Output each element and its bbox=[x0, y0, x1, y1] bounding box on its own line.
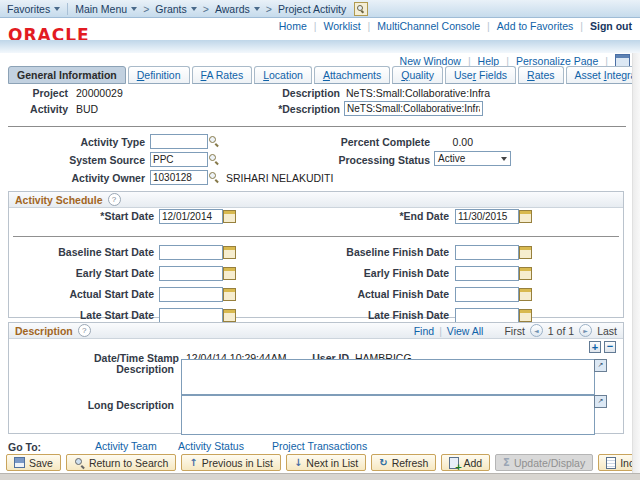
baseline-start-date-input[interactable] bbox=[159, 245, 223, 260]
search-icon[interactable] bbox=[354, 2, 368, 16]
menu-grants[interactable]: Grants bbox=[155, 3, 197, 15]
calendar-icon[interactable] bbox=[519, 246, 532, 259]
tab-location[interactable]: Location bbox=[254, 66, 312, 84]
description-title: Description bbox=[15, 325, 73, 337]
tab-quality[interactable]: Quality bbox=[392, 66, 443, 84]
baseline-finish-date-input[interactable] bbox=[455, 245, 519, 260]
description-input[interactable] bbox=[344, 101, 483, 116]
chevron-down-icon bbox=[131, 7, 137, 11]
expand-icon[interactable] bbox=[594, 395, 607, 408]
button-label: Save bbox=[29, 457, 53, 469]
tab-definition[interactable]: Definition bbox=[128, 66, 190, 84]
activity-value: BUD bbox=[76, 103, 98, 115]
calendar-icon[interactable] bbox=[519, 267, 532, 280]
tab-asset-integration-rules[interactable]: Asset Integration Rules bbox=[566, 66, 640, 84]
calendar-icon[interactable] bbox=[223, 267, 236, 280]
worklist-link[interactable]: Worklist bbox=[323, 20, 360, 32]
field-label: Baseline Finish Date bbox=[304, 246, 449, 258]
goto-row: Go To: Activity TeamActivity StatusProje… bbox=[0, 440, 632, 454]
row-position: 1 of 1 bbox=[548, 325, 574, 337]
view-all-link[interactable]: View All bbox=[447, 325, 484, 337]
long-description-textarea[interactable] bbox=[181, 395, 595, 435]
early-finish-date-input[interactable] bbox=[455, 266, 519, 281]
personalize-page-link[interactable]: Personalize Page bbox=[516, 55, 598, 67]
menu-awards[interactable]: Awards bbox=[215, 3, 260, 15]
expand-icon[interactable] bbox=[594, 359, 607, 372]
add-to-favorites-link[interactable]: Add to Favorites bbox=[497, 20, 573, 32]
help-icon[interactable] bbox=[108, 193, 121, 206]
new-window-link[interactable]: New Window bbox=[400, 55, 461, 67]
refresh-button[interactable]: ↻Refresh bbox=[371, 454, 436, 471]
add-button[interactable]: Add bbox=[441, 454, 490, 471]
tab-general-information[interactable]: General Information bbox=[8, 66, 126, 84]
next-row-icon[interactable] bbox=[579, 324, 592, 337]
find-link[interactable]: Find bbox=[414, 325, 434, 337]
activity-label: Activity bbox=[0, 103, 68, 115]
next-in-list-button[interactable]: ↓Next in List bbox=[286, 454, 366, 471]
breadcrumb: Main Menu>Grants>Awards>Project Activity bbox=[75, 2, 368, 16]
help-link[interactable]: Help bbox=[478, 55, 500, 67]
start-date-input[interactable] bbox=[159, 209, 223, 224]
calendar-icon[interactable] bbox=[223, 288, 236, 301]
description-label: Description bbox=[240, 87, 340, 99]
header-links: Home|Worklist|MultiChannel Console|Add t… bbox=[279, 20, 632, 32]
calendar-icon[interactable] bbox=[519, 288, 532, 301]
goto-activity-team-link[interactable]: Activity Team bbox=[95, 440, 157, 452]
goto-activity-status-link[interactable]: Activity Status bbox=[178, 440, 244, 452]
tab-rates[interactable]: Rates bbox=[518, 66, 563, 84]
processing-status-value: Active bbox=[438, 153, 465, 164]
button-label: Refresh bbox=[392, 457, 429, 469]
return-to-search-button[interactable]: Return to Search bbox=[66, 454, 176, 471]
description-textarea[interactable] bbox=[181, 359, 595, 395]
long-description-label: Long Description bbox=[9, 399, 174, 411]
lookup-icon[interactable] bbox=[208, 135, 220, 147]
sign-out-link[interactable]: Sign out bbox=[590, 20, 632, 32]
status-bar bbox=[0, 473, 640, 480]
scrollbar[interactable] bbox=[632, 53, 640, 473]
tab-fa-rates[interactable]: FA Rates bbox=[192, 66, 253, 84]
peoplesoft-window: Favorites Main Menu>Grants>Awards>Projec… bbox=[0, 0, 640, 480]
actual-finish-date-input[interactable] bbox=[455, 287, 519, 302]
calendar-icon[interactable] bbox=[519, 309, 532, 322]
lookup-icon[interactable] bbox=[208, 171, 220, 183]
schedule-row: *Start Date*End Date bbox=[9, 209, 623, 225]
calendar-icon[interactable] bbox=[223, 309, 236, 322]
favorites-menu[interactable]: Favorites bbox=[7, 3, 60, 15]
previous-row-icon[interactable] bbox=[530, 324, 543, 337]
previous-in-list-button[interactable]: ↑Previous in List bbox=[181, 454, 281, 471]
field-label: Baseline Start Date bbox=[9, 246, 154, 258]
percent-complete-value: 0.00 bbox=[425, 136, 473, 148]
processing-status-select[interactable]: Active bbox=[434, 151, 511, 166]
menu-main-menu[interactable]: Main Menu bbox=[75, 3, 137, 15]
link-separator: | bbox=[605, 55, 608, 67]
chevron-down-icon bbox=[54, 7, 60, 11]
tab-attachments[interactable]: Attachments bbox=[314, 66, 390, 84]
home-link[interactable]: Home bbox=[279, 20, 307, 32]
favorites-label: Favorites bbox=[7, 3, 50, 15]
tab-user-fields[interactable]: User Fields bbox=[445, 66, 516, 84]
actual-start-date-input[interactable] bbox=[159, 287, 223, 302]
goto-label: Go To: bbox=[8, 441, 58, 453]
breadcrumb-separator: > bbox=[266, 3, 272, 15]
activity-owner-input[interactable] bbox=[150, 170, 208, 185]
system-source-input[interactable] bbox=[150, 152, 208, 167]
calendar-icon[interactable] bbox=[519, 210, 532, 223]
save-button[interactable]: Save bbox=[6, 454, 61, 471]
goto-project-transactions-link[interactable]: Project Transactions bbox=[272, 440, 367, 452]
help-icon[interactable] bbox=[78, 324, 91, 337]
activity-type-input[interactable] bbox=[150, 134, 208, 149]
search-icon bbox=[74, 457, 85, 468]
end-date-input[interactable] bbox=[455, 209, 519, 224]
lookup-icon[interactable] bbox=[208, 153, 220, 165]
button-label: Add bbox=[463, 457, 482, 469]
multichannel-console-link[interactable]: MultiChannel Console bbox=[377, 20, 480, 32]
activity-schedule-title: Activity Schedule bbox=[15, 194, 103, 206]
late-start-date-input[interactable] bbox=[159, 308, 223, 323]
early-start-date-input[interactable] bbox=[159, 266, 223, 281]
calendar-icon[interactable] bbox=[223, 246, 236, 259]
calendar-icon[interactable] bbox=[223, 210, 236, 223]
late-finish-date-input[interactable] bbox=[455, 308, 519, 323]
nav-separator: | bbox=[439, 325, 442, 337]
activity-schedule-group: Activity Schedule *Start Date*End DateBa… bbox=[8, 191, 624, 318]
next-icon: ↓ bbox=[294, 458, 302, 468]
